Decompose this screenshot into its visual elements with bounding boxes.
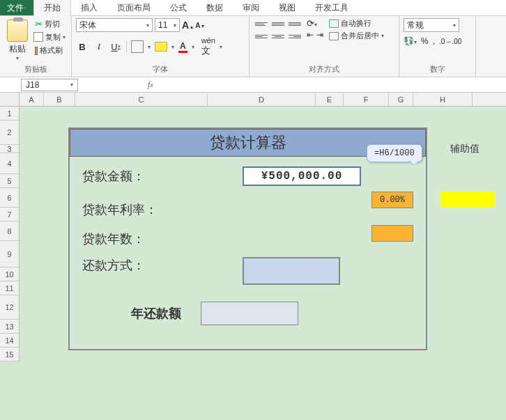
bold-button[interactable]: B xyxy=(76,40,89,53)
annual-payment-label: 年还款额 xyxy=(131,305,181,322)
years-helper-cell[interactable] xyxy=(371,225,413,242)
aux-label: 辅助值 xyxy=(450,143,480,155)
row-header[interactable]: 6 xyxy=(0,188,19,208)
orientation-button[interactable]: ⟳▾ xyxy=(307,18,323,29)
row-header[interactable]: 3 xyxy=(0,145,19,153)
wrap-icon xyxy=(329,20,339,28)
comma-button[interactable]: , xyxy=(433,36,435,46)
row-header[interactable]: 2 xyxy=(0,120,19,145)
formula-callout: =H6/1000 xyxy=(367,144,422,162)
row-header[interactable]: 1 xyxy=(0,107,19,120)
row-header[interactable]: 10 xyxy=(0,267,19,281)
ribbon-tabs: 文件 ▾ 开始 插入 页面布局 公式 数据 审阅 视图 开发工具 xyxy=(0,0,506,15)
formula-input[interactable] xyxy=(160,79,506,91)
col-header[interactable]: F xyxy=(344,93,389,106)
col-header[interactable]: A xyxy=(20,93,44,106)
group-label: 对齐方式 xyxy=(254,63,394,77)
tab-view[interactable]: 视图 xyxy=(269,0,305,16)
row-header[interactable]: 4 xyxy=(0,153,19,174)
copy-button[interactable]: 复制 ▾ xyxy=(33,31,67,43)
row-header[interactable]: 9 xyxy=(0,241,19,267)
font-color-button[interactable]: A xyxy=(178,41,187,53)
formula-bar: J18▾ fx xyxy=(0,77,506,93)
row-header[interactable]: 7 xyxy=(0,208,19,221)
tab-insert[interactable]: 插入 xyxy=(71,0,107,16)
annual-payment-cell[interactable] xyxy=(201,302,298,325)
shrink-font-button[interactable]: A▾ xyxy=(195,22,204,29)
group-number: 常规▾ 💱▾ % , .0→.00 数字 xyxy=(399,16,476,77)
rate-label: 贷款年利率： xyxy=(82,201,187,218)
fill-color-button[interactable] xyxy=(155,42,167,52)
amount-label: 贷款金额： xyxy=(82,168,187,185)
tab-review[interactable]: 审阅 xyxy=(233,0,269,16)
grow-font-button[interactable]: A▴ xyxy=(182,20,193,31)
aux-value-cell[interactable] xyxy=(440,192,494,207)
font-name-select[interactable]: 宋体▾ xyxy=(76,18,153,32)
align-bottom-button[interactable] xyxy=(287,18,302,29)
col-header[interactable]: D xyxy=(208,93,316,106)
align-left-button[interactable] xyxy=(254,31,269,42)
row-header[interactable]: 12 xyxy=(0,295,19,320)
name-box[interactable]: J18▾ xyxy=(21,79,78,91)
align-middle-button[interactable] xyxy=(270,18,286,29)
brush-icon xyxy=(35,47,38,55)
tab-dev[interactable]: 开发工具 xyxy=(305,0,358,16)
percent-button[interactable]: % xyxy=(421,36,429,46)
group-font: 宋体▾ 11▾ A▴ A▾ B I U▾ ▾ ▾ A▾ wén文▾ 字体 xyxy=(72,16,250,77)
column-headers: A B C D E F G H xyxy=(0,93,506,107)
indent-decrease-button[interactable]: ⇤ xyxy=(307,30,314,40)
rate-helper-cell[interactable]: 0.00% xyxy=(371,192,413,208)
group-label: 数字 xyxy=(404,63,471,77)
worksheet[interactable]: A B C D E F G H 1 2 3 4 5 6 7 8 9 10 11 … xyxy=(0,93,506,420)
select-all-corner[interactable] xyxy=(0,93,20,106)
fx-button[interactable]: fx xyxy=(141,79,160,90)
phonetic-button[interactable]: wén文 xyxy=(201,36,215,57)
tab-layout[interactable]: 页面布局 xyxy=(107,0,160,16)
group-label: 字体 xyxy=(76,63,245,77)
row-header[interactable]: 15 xyxy=(0,348,19,361)
sheet-cells[interactable]: 贷款计算器 贷款金额： ¥500,000.00 贷款年利率： 贷款年数： 还款方… xyxy=(20,107,506,420)
indent-increase-button[interactable]: ⇥ xyxy=(316,30,323,40)
col-header[interactable]: B xyxy=(44,93,75,106)
years-label: 贷款年数： xyxy=(82,231,187,247)
tab-data[interactable]: 数据 xyxy=(197,0,233,16)
paste-button[interactable]: 粘贴 ▾ xyxy=(4,18,31,63)
format-painter-button[interactable]: 格式刷 xyxy=(33,45,67,56)
ribbon: 文件 ▾ 开始 插入 页面布局 公式 数据 审阅 视图 开发工具 粘贴 ▾ ✂剪… xyxy=(0,0,506,77)
tab-formulas[interactable]: 公式 xyxy=(160,0,197,16)
cut-button[interactable]: ✂剪切 xyxy=(33,18,67,30)
amount-value-cell[interactable]: ¥500,000.00 xyxy=(243,166,361,186)
font-size-select[interactable]: 11▾ xyxy=(155,18,180,32)
increase-decimal-button[interactable]: .0→.00 xyxy=(439,38,461,45)
number-format-select[interactable]: 常规▾ xyxy=(404,18,459,32)
group-align: ⟳▾ ⇤ ⇥ 自动换行 合并后居中▾ 对齐方式 xyxy=(250,16,399,77)
col-header[interactable]: H xyxy=(413,93,473,106)
align-right-button[interactable] xyxy=(287,31,302,42)
italic-button[interactable]: I xyxy=(93,40,105,53)
method-value-cell[interactable] xyxy=(243,257,340,285)
align-top-button[interactable] xyxy=(254,18,269,29)
col-header[interactable]: G xyxy=(389,93,413,106)
col-header[interactable]: E xyxy=(316,93,344,106)
row-header[interactable]: 14 xyxy=(0,334,19,348)
tab-home[interactable]: 开始 xyxy=(33,0,71,16)
paste-label: 粘贴 xyxy=(9,43,26,55)
scissors-icon: ✂ xyxy=(35,19,43,29)
merge-center-button[interactable]: 合并后居中▾ xyxy=(329,31,384,41)
file-tab[interactable]: 文件 ▾ xyxy=(0,0,33,15)
border-button[interactable] xyxy=(131,40,144,53)
accounting-button[interactable]: 💱▾ xyxy=(404,36,417,46)
underline-button[interactable]: U▾ xyxy=(109,40,122,53)
merge-icon xyxy=(329,32,339,40)
group-clipboard: 粘贴 ▾ ✂剪切 复制 ▾ 格式刷 剪贴板 xyxy=(0,16,72,77)
row-headers: 1 2 3 4 5 6 7 8 9 10 11 12 13 14 15 xyxy=(0,107,20,361)
wrap-text-button[interactable]: 自动换行 xyxy=(329,18,384,29)
row-header[interactable]: 13 xyxy=(0,320,19,334)
row-header[interactable]: 8 xyxy=(0,221,19,241)
ribbon-body: 粘贴 ▾ ✂剪切 复制 ▾ 格式刷 剪贴板 宋体▾ 11▾ A▴ A▾ xyxy=(0,15,506,77)
copy-icon xyxy=(35,33,43,42)
row-header[interactable]: 11 xyxy=(0,281,19,295)
row-header[interactable]: 5 xyxy=(0,174,19,188)
col-header[interactable]: C xyxy=(75,93,208,106)
align-center-button[interactable] xyxy=(270,31,286,42)
